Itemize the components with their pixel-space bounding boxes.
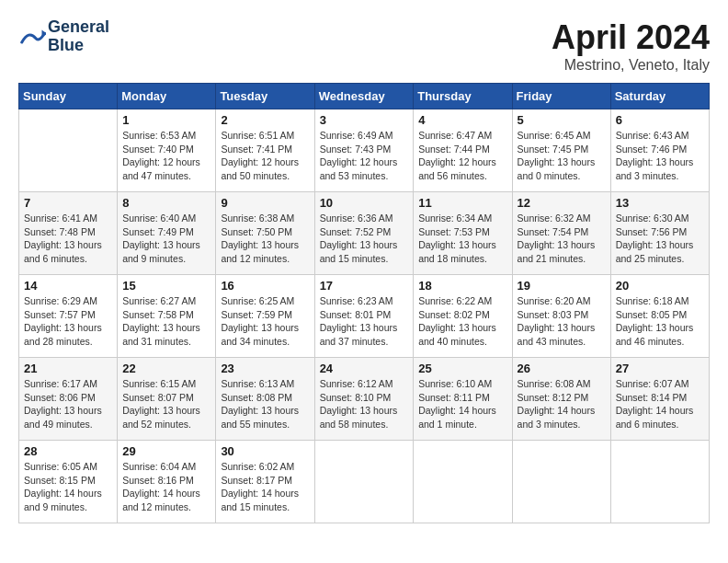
day-number: 6 xyxy=(616,113,704,127)
week-row: 1Sunrise: 6:53 AMSunset: 7:40 PMDaylight… xyxy=(19,109,710,192)
day-number: 12 xyxy=(518,196,606,210)
day-number: 17 xyxy=(320,279,409,293)
calendar-cell: 25Sunrise: 6:10 AMSunset: 8:11 PMDayligh… xyxy=(414,358,512,441)
day-number: 18 xyxy=(418,279,506,293)
calendar-cell: 13Sunrise: 6:30 AMSunset: 7:56 PMDayligh… xyxy=(610,192,709,275)
calendar-cell: 22Sunrise: 6:15 AMSunset: 8:07 PMDayligh… xyxy=(118,358,216,441)
day-info: Sunrise: 6:47 AMSunset: 7:44 PMDaylight:… xyxy=(418,129,506,183)
day-info: Sunrise: 6:23 AMSunset: 8:01 PMDaylight:… xyxy=(320,294,409,349)
day-info: Sunrise: 6:29 AMSunset: 7:57 PMDaylight:… xyxy=(24,294,112,349)
header-thursday: Thursday xyxy=(414,84,512,109)
day-number: 20 xyxy=(616,279,704,293)
day-info: Sunrise: 6:32 AMSunset: 7:54 PMDaylight:… xyxy=(518,212,606,266)
logo-text: General Blue xyxy=(48,18,109,55)
day-info: Sunrise: 6:12 AMSunset: 8:10 PMDaylight:… xyxy=(320,377,409,431)
day-number: 10 xyxy=(320,196,409,210)
day-number: 2 xyxy=(221,113,309,127)
day-number: 8 xyxy=(122,196,210,210)
calendar-cell: 7Sunrise: 6:41 AMSunset: 7:48 PMDaylight… xyxy=(19,192,118,275)
logo-icon xyxy=(18,23,46,51)
day-info: Sunrise: 6:05 AMSunset: 8:15 PMDaylight:… xyxy=(24,460,112,514)
day-info: Sunrise: 6:02 AMSunset: 8:17 PMDaylight:… xyxy=(221,460,309,514)
month-title: April 2024 xyxy=(552,18,710,57)
calendar-cell xyxy=(314,441,414,523)
calendar-cell xyxy=(610,441,709,523)
day-number: 9 xyxy=(221,196,309,210)
day-info: Sunrise: 6:07 AMSunset: 8:14 PMDaylight:… xyxy=(616,377,704,431)
calendar-table: SundayMondayTuesdayWednesdayThursdayFrid… xyxy=(18,83,710,523)
calendar-cell: 3Sunrise: 6:49 AMSunset: 7:43 PMDaylight… xyxy=(314,109,414,192)
week-row: 7Sunrise: 6:41 AMSunset: 7:48 PMDaylight… xyxy=(19,192,710,275)
calendar-cell: 30Sunrise: 6:02 AMSunset: 8:17 PMDayligh… xyxy=(216,441,314,523)
calendar-cell: 28Sunrise: 6:05 AMSunset: 8:15 PMDayligh… xyxy=(19,441,118,523)
week-row: 14Sunrise: 6:29 AMSunset: 7:57 PMDayligh… xyxy=(19,275,710,358)
day-info: Sunrise: 6:51 AMSunset: 7:41 PMDaylight:… xyxy=(221,129,309,183)
day-info: Sunrise: 6:13 AMSunset: 8:08 PMDaylight:… xyxy=(221,377,309,431)
day-number: 11 xyxy=(418,196,506,210)
calendar-cell xyxy=(414,441,512,523)
calendar-cell: 6Sunrise: 6:43 AMSunset: 7:46 PMDaylight… xyxy=(610,109,709,192)
header-monday: Monday xyxy=(118,84,216,109)
calendar-cell: 17Sunrise: 6:23 AMSunset: 8:01 PMDayligh… xyxy=(314,275,414,358)
header-tuesday: Tuesday xyxy=(216,84,314,109)
day-number: 28 xyxy=(24,444,112,458)
day-info: Sunrise: 6:20 AMSunset: 8:03 PMDaylight:… xyxy=(518,294,606,349)
day-info: Sunrise: 6:15 AMSunset: 8:07 PMDaylight:… xyxy=(122,377,210,431)
day-number: 1 xyxy=(122,113,210,127)
week-row: 21Sunrise: 6:17 AMSunset: 8:06 PMDayligh… xyxy=(19,358,710,441)
calendar-cell xyxy=(19,109,118,192)
day-number: 16 xyxy=(221,279,309,293)
day-number: 24 xyxy=(320,362,409,375)
day-info: Sunrise: 6:04 AMSunset: 8:16 PMDaylight:… xyxy=(122,460,210,514)
location: Mestrino, Veneto, Italy xyxy=(552,57,710,74)
header-wednesday: Wednesday xyxy=(314,84,414,109)
day-number: 22 xyxy=(122,362,210,375)
day-info: Sunrise: 6:18 AMSunset: 8:05 PMDaylight:… xyxy=(616,294,704,349)
calendar-cell: 21Sunrise: 6:17 AMSunset: 8:06 PMDayligh… xyxy=(19,358,118,441)
day-info: Sunrise: 6:27 AMSunset: 7:58 PMDaylight:… xyxy=(122,294,210,349)
week-row: 28Sunrise: 6:05 AMSunset: 8:15 PMDayligh… xyxy=(19,441,710,523)
day-info: Sunrise: 6:34 AMSunset: 7:53 PMDaylight:… xyxy=(418,212,506,266)
calendar-cell xyxy=(512,441,610,523)
day-info: Sunrise: 6:17 AMSunset: 8:06 PMDaylight:… xyxy=(24,377,112,431)
day-number: 25 xyxy=(418,362,506,375)
calendar-cell: 19Sunrise: 6:20 AMSunset: 8:03 PMDayligh… xyxy=(512,275,610,358)
header-friday: Friday xyxy=(512,84,610,109)
day-info: Sunrise: 6:10 AMSunset: 8:11 PMDaylight:… xyxy=(418,377,506,431)
calendar-cell: 26Sunrise: 6:08 AMSunset: 8:12 PMDayligh… xyxy=(512,358,610,441)
day-info: Sunrise: 6:40 AMSunset: 7:49 PMDaylight:… xyxy=(122,212,210,266)
calendar-cell: 2Sunrise: 6:51 AMSunset: 7:41 PMDaylight… xyxy=(216,109,314,192)
calendar-cell: 14Sunrise: 6:29 AMSunset: 7:57 PMDayligh… xyxy=(19,275,118,358)
calendar-cell: 23Sunrise: 6:13 AMSunset: 8:08 PMDayligh… xyxy=(216,358,314,441)
day-number: 3 xyxy=(320,113,409,127)
day-number: 14 xyxy=(24,279,112,293)
day-info: Sunrise: 6:49 AMSunset: 7:43 PMDaylight:… xyxy=(320,129,409,183)
title-block: April 2024 Mestrino, Veneto, Italy xyxy=(552,18,710,74)
day-number: 23 xyxy=(221,362,309,375)
logo: General Blue xyxy=(18,18,109,55)
page-header: General Blue April 2024 Mestrino, Veneto… xyxy=(18,18,710,74)
day-number: 7 xyxy=(24,196,112,210)
day-number: 4 xyxy=(418,113,506,127)
day-number: 19 xyxy=(518,279,606,293)
calendar-cell: 12Sunrise: 6:32 AMSunset: 7:54 PMDayligh… xyxy=(512,192,610,275)
day-info: Sunrise: 6:41 AMSunset: 7:48 PMDaylight:… xyxy=(24,212,112,266)
calendar-cell: 27Sunrise: 6:07 AMSunset: 8:14 PMDayligh… xyxy=(610,358,709,441)
day-number: 5 xyxy=(518,113,606,127)
day-info: Sunrise: 6:36 AMSunset: 7:52 PMDaylight:… xyxy=(320,212,409,266)
day-number: 21 xyxy=(24,362,112,375)
header-row: SundayMondayTuesdayWednesdayThursdayFrid… xyxy=(19,84,710,109)
calendar-cell: 10Sunrise: 6:36 AMSunset: 7:52 PMDayligh… xyxy=(314,192,414,275)
header-saturday: Saturday xyxy=(610,84,709,109)
calendar-cell: 4Sunrise: 6:47 AMSunset: 7:44 PMDaylight… xyxy=(414,109,512,192)
day-number: 27 xyxy=(616,362,704,375)
day-info: Sunrise: 6:43 AMSunset: 7:46 PMDaylight:… xyxy=(616,129,704,183)
calendar-cell: 1Sunrise: 6:53 AMSunset: 7:40 PMDaylight… xyxy=(118,109,216,192)
day-number: 26 xyxy=(518,362,606,375)
calendar-cell: 5Sunrise: 6:45 AMSunset: 7:45 PMDaylight… xyxy=(512,109,610,192)
calendar-cell: 11Sunrise: 6:34 AMSunset: 7:53 PMDayligh… xyxy=(414,192,512,275)
header-sunday: Sunday xyxy=(19,84,118,109)
day-info: Sunrise: 6:45 AMSunset: 7:45 PMDaylight:… xyxy=(518,129,606,183)
day-info: Sunrise: 6:30 AMSunset: 7:56 PMDaylight:… xyxy=(616,212,704,266)
day-info: Sunrise: 6:53 AMSunset: 7:40 PMDaylight:… xyxy=(122,129,210,183)
